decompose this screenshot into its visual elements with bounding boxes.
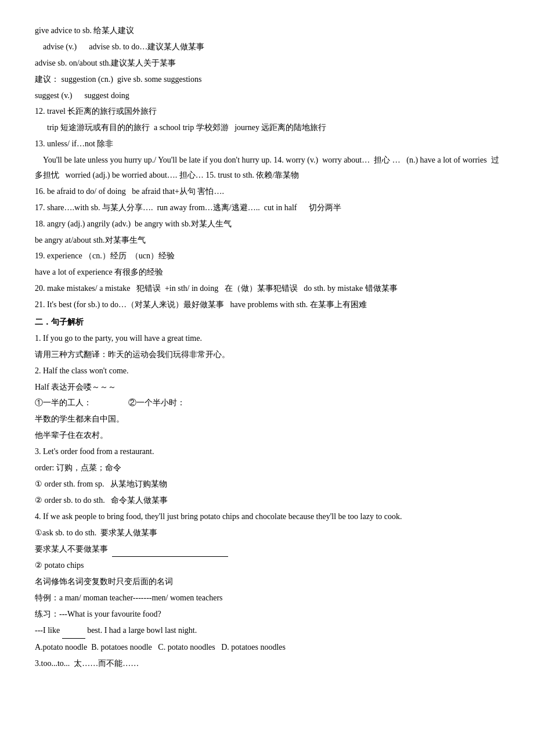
line-unless-example: You'll be late unless you hurry up./ You… [35,153,499,183]
line-suggest: suggest (v.) suggest doing [35,88,499,103]
line-order-def: order: 订购，点菜；命令 [35,460,499,476]
line-s1-translate: 请用三种方式翻译：昨天的运动会我们玩得非常开心。 [35,347,499,362]
line-s4-if-ask: 4. If we ask people to bring food, they'… [35,509,499,524]
line-19-experience: 19. experience （cn.）经历 （ucn）经验 [35,249,499,264]
line-13-unless: 13. unless/ if…not 除非 [35,136,499,152]
line-half-life: 他半辈子住在农村。 [35,428,499,443]
line-ask-sb: ①ask sb. to do sth. 要求某人做某事 [35,525,499,541]
line-special-case: 特例：a man/ moman teacher-------men/ women… [35,591,499,606]
line-suggestion: 建议： suggestion (cn.) give sb. some sugge… [35,72,499,87]
line-noun-rule: 名词修饰名词变复数时只变后面的名词 [35,574,499,589]
line-17-share: 17. share….with sb. 与某人分享…. run away fro… [35,200,499,215]
line-trip: trip 短途游玩或有目的的旅行 a school trip 学校郊游 jour… [35,120,499,135]
line-12-travel: 12. travel 长距离的旅行或国外旅行 [35,104,499,119]
line-20-mistakes: 20. make mistakes/ a mistake 犯错误 +in sth… [35,281,499,296]
line-21-best: 21. It's best (for sb.) to do…（对某人来说）最好做… [35,297,499,312]
line-18-angry: 18. angry (adj.) angrily (adv.) be angry… [35,217,499,232]
line-s3-order: 3. Let's order food from a restaurant. [35,444,499,459]
section-2-title: 二．句子解析 [35,315,499,330]
line-s2-half: 2. Half the class won't come. [35,363,499,379]
line-s1-if: 1. If you go to the party, you will have… [35,331,499,346]
line-exercise-a: ---I like best. I had a large bowl last … [35,623,499,639]
line-angry-at: be angry at/about sth.对某事生气 [35,233,499,248]
line-advise-v: advise (v.) advise sb. to do…建议某人做某事 [35,39,499,55]
line-options: A.potato noodle B. potatoes noodle C. po… [35,640,499,655]
line-advise-on: advise sb. on/about sth.建议某人关于某事 [35,56,499,71]
line-order-1: ① order sth. from sp. 从某地订购某物 [35,477,499,492]
line-16-afraid: 16. be afraid to do/ of doing be afraid … [35,184,499,199]
line-exercise-q: 练习：---What is your favourite food? [35,607,499,622]
line-experience-lot: have a lot of experience 有很多的经验 [35,265,499,280]
line-half-note: Half 表达开会喽～～～ [35,380,499,395]
line-order-2: ② order sb. to do sth. 命令某人做某事 [35,493,499,508]
line-potato-chips: ② potato chips [35,558,499,573]
line-ask-not: 要求某人不要做某事 [35,542,499,557]
line-too-to: 3.too...to... 太……而不能…… [35,656,499,671]
line-give-advice: give advice to sb. 给某人建议 [35,23,499,38]
line-half-students: 半数的学生都来自中国。 [35,412,499,427]
blank-small [62,623,85,639]
line-half-examples: ①一半的工人： ②一个半小时： [35,395,499,411]
blank-line [112,542,228,557]
main-content: give advice to sb. 给某人建议 advise (v.) adv… [35,23,499,671]
